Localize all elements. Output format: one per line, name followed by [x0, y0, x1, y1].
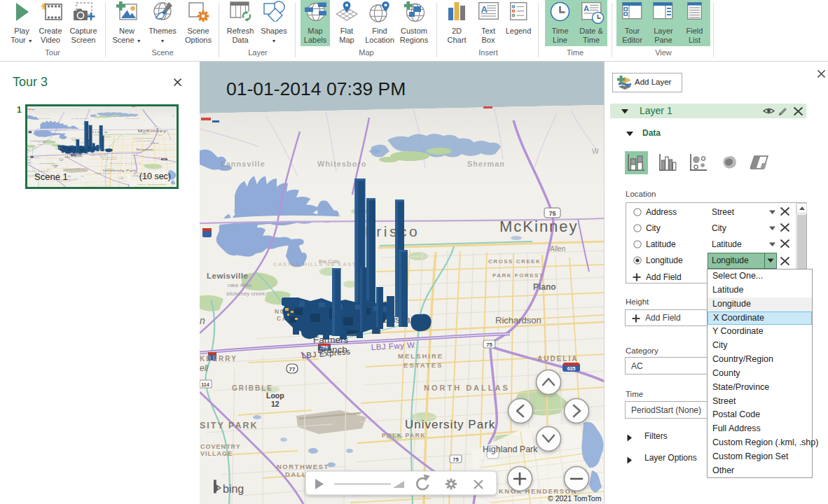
svg-text:PARK FOREST: PARK FOREST — [492, 272, 544, 279]
svg-text:W: W — [592, 148, 599, 155]
svg-text:635: 635 — [567, 366, 576, 371]
svg-text:CROSS CREEK: CROSS CREEK — [488, 258, 541, 265]
svg-text:75: 75 — [548, 210, 556, 217]
svg-text:the Colo: the Colo — [319, 258, 340, 265]
svg-text:NORTHWEST: NORTHWEST — [277, 463, 329, 470]
svg-text:ESTATES: ESTATES — [403, 361, 443, 369]
svg-text:n: n — [200, 315, 205, 326]
svg-text:ell: ell — [200, 363, 208, 373]
svg-text:Richardson: Richardson — [495, 315, 541, 326]
svg-text:Plano: Plano — [533, 282, 556, 292]
svg-text:Sherman: Sherman — [467, 160, 505, 168]
svg-text:POLK PARK: POLK PARK — [382, 432, 426, 439]
svg-text:SITY PARK: SITY PARK — [200, 421, 258, 430]
svg-text:77: 77 — [289, 366, 296, 372]
svg-text:stickeney creek: stickeney creek — [226, 290, 265, 297]
svg-text:114: 114 — [201, 382, 209, 387]
svg-text:Allen: Allen — [550, 245, 565, 253]
svg-text:CASTLE HILLS NB EAST: CASTLE HILLS NB EAST — [273, 261, 357, 267]
svg-text:Loop: Loop — [266, 391, 284, 400]
svg-text:University Park: University Park — [405, 418, 495, 431]
svg-text:MELSHIRE: MELSHIRE — [398, 352, 443, 360]
svg-text:Highland Park: Highland Park — [483, 444, 538, 454]
svg-text:NORTH DALLAS: NORTH DALLAS — [424, 384, 510, 392]
svg-text:KBERRY: KBERRY — [200, 355, 237, 363]
svg-text:McKinney: McKinney — [499, 218, 579, 235]
svg-text:01-01-2014 07:39 PM: 01-01-2014 07:39 PM — [226, 78, 406, 99]
svg-text:12: 12 — [271, 400, 280, 408]
svg-text:VILLAGE: VILLAGE — [200, 450, 233, 457]
svg-text:COVENTRY: COVENTRY — [200, 443, 241, 450]
svg-text:Lewisville: Lewisville — [207, 272, 248, 280]
svg-text:bing: bing — [223, 483, 244, 495]
svg-text:Whitesboro: Whitesboro — [317, 160, 367, 168]
svg-text:A: A — [584, 4, 589, 13]
svg-text:AUDELIA: AUDELIA — [537, 355, 578, 363]
svg-text:rake rillas: rake rillas — [228, 282, 251, 288]
svg-text:75: 75 — [453, 456, 458, 463]
svg-text:75: 75 — [486, 342, 492, 348]
svg-text:Lannsville: Lannsville — [221, 160, 265, 168]
svg-text:© 2021 TomTom: © 2021 TomTom — [548, 494, 602, 503]
